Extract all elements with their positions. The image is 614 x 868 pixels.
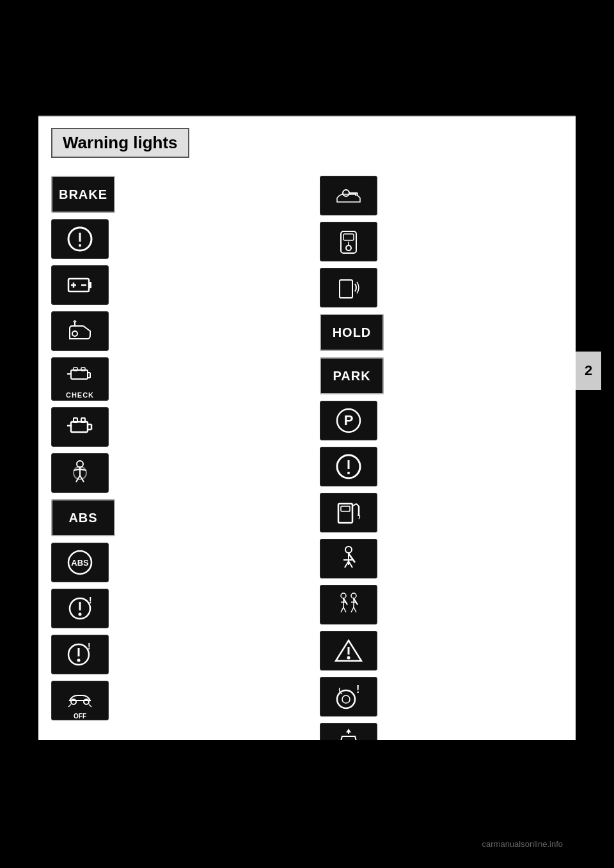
svg-rect-45 [343, 234, 354, 240]
parking-p-icon: P [320, 401, 377, 440]
svg-rect-55 [341, 506, 350, 511]
seatbelt-icon [320, 539, 377, 578]
svg-rect-4 [89, 282, 91, 288]
oil-svg [65, 316, 95, 346]
key-svg [333, 180, 364, 211]
section-title: Warning lights [51, 128, 189, 158]
svg-line-38 [68, 704, 71, 707]
svg-point-61 [351, 593, 356, 598]
svg-point-60 [341, 593, 346, 598]
svg-line-39 [89, 704, 91, 707]
door-open-icon [320, 268, 377, 307]
smart-key-svg [333, 226, 364, 257]
abs-svg: ABS [65, 547, 95, 578]
battery-icon [51, 265, 109, 305]
content-area: 2 Warning lights BRAKE [38, 115, 576, 740]
svg-text:!: ! [356, 684, 359, 695]
engine-icon-svg [65, 359, 95, 390]
hold-label: HOLD [320, 314, 384, 351]
abs-circle-icon: ABS [51, 543, 109, 582]
svg-rect-12 [81, 368, 85, 371]
svg-text:!: ! [88, 641, 91, 651]
check-engine-icon: CHECK [51, 357, 109, 401]
fuel-icon [320, 493, 377, 532]
svg-point-64 [347, 656, 350, 660]
svg-point-65 [337, 690, 355, 708]
smart-key-icon [320, 222, 377, 261]
traction-off-icon: OFF [51, 681, 109, 720]
tire-svg: ! [333, 681, 364, 712]
right-column: HOLD PARK P [320, 176, 563, 809]
tire-pressure-icon: ! [320, 677, 377, 717]
svg-rect-10 [71, 370, 88, 379]
watermark: carmanualsonline.info [482, 839, 563, 849]
steering-warning-2-icon: ! [51, 635, 109, 674]
master-warning-2-icon [320, 447, 377, 486]
svg-text:ABS: ABS [71, 558, 89, 568]
svg-rect-11 [74, 368, 77, 371]
master-warning-icon [51, 219, 109, 259]
svg-point-53 [347, 472, 350, 474]
bottom-strip [0, 740, 614, 868]
svg-point-66 [342, 695, 350, 703]
oil-pressure-icon [51, 311, 109, 351]
battery-svg [65, 270, 95, 300]
brake-label: BRAKE [51, 176, 115, 213]
svg-point-46 [346, 245, 351, 251]
steering-warning-1-icon: ! [51, 589, 109, 628]
park-label: PARK [320, 357, 384, 394]
left-column: BRAKE [51, 176, 294, 809]
parking-svg: P [333, 405, 364, 436]
sw2-svg: ! [65, 639, 95, 670]
caution-svg [333, 635, 364, 666]
mw2-svg [333, 451, 364, 482]
door-svg [333, 272, 364, 303]
airbag-icon [51, 453, 109, 493]
svg-marker-69 [346, 729, 351, 732]
page: 2 Warning lights BRAKE [0, 0, 614, 868]
seatbelt-svg [333, 543, 364, 574]
svg-text:!: ! [89, 595, 92, 605]
engine-only-svg [65, 412, 95, 442]
key-icon [320, 176, 377, 215]
svg-line-57 [356, 504, 359, 506]
rear-seatbelt-icon [320, 585, 377, 624]
master-warning-svg [65, 224, 95, 254]
warning-lights-grid: BRAKE [51, 176, 563, 809]
rear-seatbelt-svg [333, 589, 364, 620]
section-number: 2 [576, 352, 601, 390]
airbag-svg [65, 458, 95, 488]
svg-point-34 [77, 659, 81, 662]
svg-point-40 [343, 190, 349, 196]
top-strip [0, 0, 614, 115]
svg-rect-48 [340, 280, 352, 298]
top-divider [38, 115, 576, 116]
svg-point-8 [72, 331, 77, 336]
caution-triangle-icon [320, 631, 377, 670]
svg-point-30 [79, 613, 82, 616]
svg-text:P: P [344, 412, 354, 428]
traction-svg [65, 681, 95, 712]
abs-label: ABS [51, 499, 115, 536]
svg-rect-17 [71, 422, 88, 432]
fuel-svg [333, 497, 364, 528]
svg-point-2 [79, 244, 81, 247]
engine-only-icon [51, 407, 109, 447]
sw1-svg: ! [65, 593, 95, 624]
svg-point-59 [345, 546, 352, 553]
